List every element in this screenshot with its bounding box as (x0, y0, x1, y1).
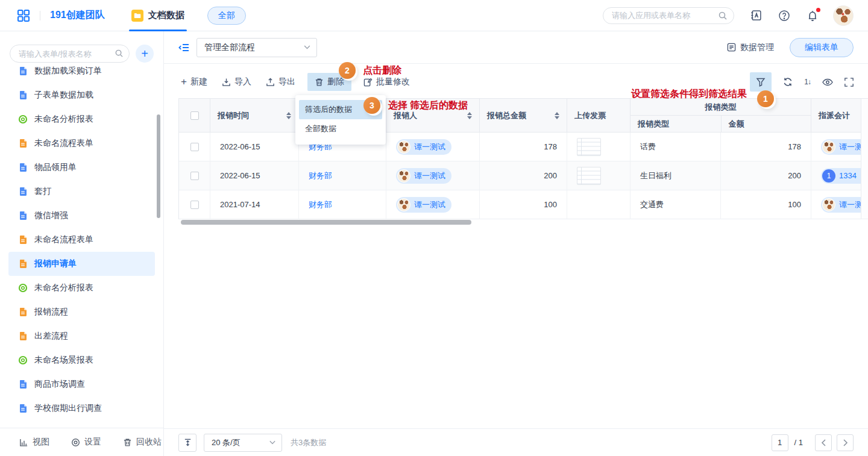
sidebar-item[interactable]: 物品领用单 (8, 155, 155, 180)
cell-accountant: 11334 (811, 161, 868, 190)
cell-date: 2021-07-14 (210, 190, 299, 219)
export-button[interactable]: 导出 (263, 73, 298, 91)
row-checkbox[interactable] (190, 201, 199, 209)
filter-icon[interactable] (750, 72, 772, 92)
settings-button[interactable]: 设置 (71, 437, 101, 448)
sidebar-item-label: 套打 (34, 186, 51, 197)
cell-type: 交通费 (631, 190, 721, 219)
group-header-label[interactable]: 报销类型 (631, 99, 811, 116)
doc-blue-icon (18, 187, 28, 196)
table-row[interactable]: 2022-06-15 财务部 谭一测试 178 话费 178 谭一测试 (179, 133, 868, 161)
cell-dept[interactable]: 财务部 (299, 161, 386, 190)
sidebar-scrollbar[interactable] (157, 114, 160, 218)
current-page-box[interactable]: 1 (772, 434, 788, 451)
team-name[interactable]: 191创建团队 (50, 9, 105, 22)
fullscreen-icon[interactable] (844, 78, 854, 87)
sidebar-item[interactable]: 出差流程 (8, 324, 155, 348)
flow-select-dropdown[interactable]: 管理全部流程 (197, 38, 317, 57)
sidebar-item-label: 出差流程 (34, 331, 68, 342)
tab-document-data[interactable]: 文档数据 (131, 0, 184, 31)
apps-grid-icon[interactable] (17, 9, 30, 22)
sidebar-item[interactable]: 数据加载采购订单 (8, 65, 155, 83)
column-header-amount[interactable]: 金额 (721, 116, 811, 133)
report-green-icon (18, 283, 28, 293)
sidebar-item[interactable]: 商品市场调查 (8, 372, 155, 396)
sidebar-item[interactable]: 未命名流程表单 (8, 228, 155, 252)
person-pill[interactable]: 谭一测试 (396, 139, 451, 155)
global-search-input[interactable] (603, 7, 734, 24)
column-visibility-eye-icon[interactable] (822, 78, 833, 86)
doc-blue-icon (18, 404, 28, 413)
new-label: 新建 (190, 77, 207, 87)
step-1-annotation: 设置筛选条件得到筛选结果 (631, 88, 747, 101)
edit-form-button[interactable]: 编辑表单 (790, 38, 854, 57)
column-header-type[interactable]: 报销类型 (631, 116, 721, 133)
page-size-select[interactable]: 20 条/页 (204, 434, 282, 452)
contacts-icon[interactable] (750, 10, 762, 21)
accountant-name: 1334 (839, 171, 857, 180)
sort-toggle-icon[interactable] (467, 112, 472, 119)
column-header-time[interactable]: 报销时间 (210, 99, 299, 133)
row-height-button[interactable] (178, 434, 197, 452)
invoice-image[interactable] (577, 138, 601, 156)
person-pill[interactable]: 谭一测试 (396, 197, 451, 213)
import-button[interactable]: 导入 (219, 73, 254, 91)
person-name: 谭一测试 (414, 142, 445, 152)
horizontal-scrollbar[interactable] (181, 220, 471, 225)
search-icon (718, 11, 728, 22)
cell-dept[interactable]: 财务部 (299, 190, 386, 219)
menu-item-all-data[interactable]: 全部数据 (299, 119, 382, 139)
form-search-input[interactable] (10, 45, 130, 63)
main-content: 管理全部流程 数据管理 编辑表单 + 新建 导入 (164, 31, 868, 456)
row-checkbox[interactable] (190, 172, 199, 180)
sort-toggle-icon[interactable] (555, 112, 559, 119)
table-row[interactable]: 2021-07-14 财务部 谭一测试 100 交通费 100 谭一测试 (179, 190, 868, 219)
member-count-badge: 1 (822, 169, 835, 183)
select-all-checkbox[interactable] (190, 111, 199, 120)
sort-icon[interactable]: 1↓ (804, 78, 811, 86)
flow-select-value: 管理全部流程 (204, 42, 255, 53)
top-bar: 191创建团队 文档数据 全部 (0, 0, 868, 31)
collapse-sidebar-icon[interactable] (178, 43, 189, 52)
sidebar-item[interactable]: 报销申请单 (8, 252, 155, 276)
help-icon[interactable] (778, 10, 790, 22)
sidebar-item[interactable] (8, 420, 155, 428)
sidebar-item[interactable]: 套打 (8, 180, 155, 204)
doc-orange-icon (18, 235, 28, 245)
report-green-icon (18, 355, 28, 365)
accountant-avatar (822, 140, 835, 154)
sidebar-item[interactable]: 子表单数据加载 (8, 83, 155, 107)
scope-all-button[interactable]: 全部 (207, 7, 246, 25)
sidebar-item[interactable]: 微信增强 (8, 204, 155, 228)
notification-bell-icon[interactable] (807, 10, 819, 22)
sidebar-item[interactable]: 学校假期出行调查 (8, 396, 155, 420)
person-pill[interactable]: 谭一测试 (396, 168, 451, 184)
cell-invoice (567, 190, 631, 219)
prev-page-button[interactable] (815, 434, 832, 451)
data-manage-button[interactable]: 数据管理 (727, 42, 774, 53)
add-form-button[interactable]: + (136, 45, 154, 63)
doc-blue-icon (18, 66, 28, 76)
table-row[interactable]: 2022-06-15 财务部 谭一测试 200 生日福利 200 11334 (179, 161, 868, 190)
sidebar-item[interactable]: 未命名分析报表 (8, 107, 155, 131)
views-button[interactable]: 视图 (19, 437, 49, 448)
cell-date: 2022-06-15 (210, 161, 299, 190)
sidebar-item-label: 报销申请单 (34, 258, 77, 269)
sidebar-item[interactable]: 未命名场景报表 (8, 348, 155, 372)
next-page-button[interactable] (837, 434, 854, 451)
new-record-button[interactable]: + 新建 (178, 73, 210, 91)
column-header-accountant[interactable]: 指派会计 (811, 99, 868, 133)
user-avatar[interactable] (833, 5, 854, 26)
recycle-bin-button[interactable]: 回收站 (123, 437, 162, 448)
sidebar-item[interactable]: 未命名分析报表 (8, 276, 155, 300)
row-checkbox[interactable] (190, 143, 199, 151)
column-header-invoice[interactable]: 上传发票 (567, 99, 631, 133)
cell-type: 话费 (631, 133, 721, 161)
refresh-icon[interactable] (783, 77, 793, 87)
column-header-total[interactable]: 报销总金额 (480, 99, 567, 133)
sort-toggle-icon[interactable] (286, 112, 291, 119)
table-footer: 20 条/页 共3条数据 1 / 1 (164, 428, 868, 456)
invoice-image[interactable] (577, 167, 601, 185)
sidebar-item[interactable]: 未命名流程表单 (8, 131, 155, 155)
sidebar-item[interactable]: 报销流程 (8, 300, 155, 324)
